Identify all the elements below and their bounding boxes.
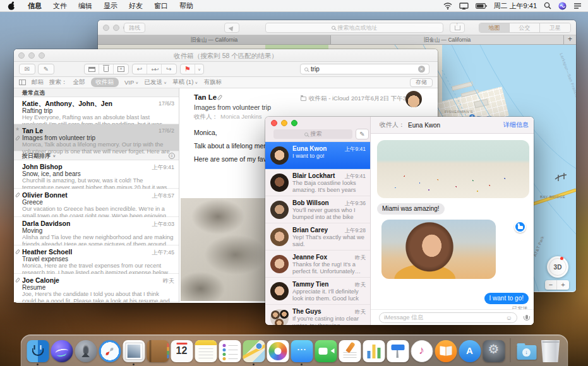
conversation-row[interactable]: Bob Willson上午9:36You'll never guess who …	[265, 196, 370, 223]
archive-button[interactable]	[85, 64, 99, 74]
reply-all-button[interactable]: ↩↩	[147, 64, 162, 74]
siri-icon[interactable]	[558, 2, 567, 10]
dock-item-contacts[interactable]	[147, 340, 169, 362]
mail-list-row[interactable]: John Bishop上午9:41Snow, ice, and bearsChu…	[14, 160, 179, 189]
chat-transcript[interactable]: Miami was amazing!I want to go!已发送	[371, 134, 534, 309]
notification-center-icon[interactable]	[573, 3, 582, 9]
menu-item-3[interactable]: 显示	[98, 2, 123, 9]
segment-map[interactable]: 地图	[479, 23, 510, 32]
save-search-button[interactable]: 存储	[410, 78, 433, 87]
mail-scope-4[interactable]: 草稿 (1)	[172, 78, 198, 86]
new-tab-button[interactable]: +	[564, 35, 576, 44]
zoom-in-button[interactable]: +	[557, 280, 569, 290]
mail-list-row[interactable]: Olivier Bonnet上午8:57GreeceOur vacation t…	[14, 189, 179, 217]
messages-window[interactable]: 搜索 ✎ Euna Kwon上午9:41I want to go!Blair L…	[265, 117, 534, 325]
tapback-thumbs-up-icon[interactable]	[514, 221, 526, 233]
dock-item-maps[interactable]	[243, 340, 265, 362]
junk-button[interactable]: ✕	[114, 64, 128, 74]
messages-search-field[interactable]: 搜索	[273, 129, 352, 139]
dock-item-photos[interactable]	[267, 340, 289, 362]
emoji-picker-icon[interactable]	[506, 314, 512, 321]
dock-item-reminders[interactable]	[219, 340, 241, 362]
dock-item-downloads[interactable]	[515, 340, 537, 362]
mail-scope-0[interactable]: 全部	[73, 78, 85, 86]
mail-list-row[interactable]: Joe Calonje昨天ResumeJoe, Here's the candi…	[14, 274, 179, 302]
share-button[interactable]	[450, 23, 465, 33]
details-button[interactable]: 详细信息	[503, 121, 529, 129]
map-tab-2[interactable]: 旧金山 — California	[331, 35, 564, 44]
photo-message-portrait[interactable]	[381, 220, 496, 279]
dock-item-siri[interactable]	[51, 340, 73, 362]
mail-list-row[interactable]: Darla Davidson上午8:03MovingAlisha and Tia…	[14, 217, 179, 245]
dock-item-calendar[interactable]: 12	[171, 340, 193, 362]
mail-scope-3[interactable]: 已发送	[144, 78, 167, 86]
contact-avatar	[270, 282, 289, 300]
map-3d-compass-button[interactable]: 3D	[547, 256, 568, 278]
reply-button[interactable]: ↩	[133, 64, 147, 74]
flag-menu-button[interactable]	[195, 64, 203, 74]
dock-item-keynote[interactable]	[387, 340, 409, 362]
mail-scope-2[interactable]: VIP	[124, 79, 138, 86]
menu-clock[interactable]: 周二 上午9:41	[494, 1, 537, 11]
wifi-icon[interactable]	[443, 3, 452, 9]
conversation-row[interactable]: Jeanne Fox昨天Thanks for the rug! It's a p…	[265, 251, 370, 278]
conversation-row[interactable]: Tammy Tien昨天Appreciate it. I'll definite…	[265, 278, 370, 305]
maps-search-field[interactable]: 搜索地点或地址	[265, 23, 443, 33]
microphone-icon[interactable]	[525, 315, 528, 319]
dock-item-pages[interactable]	[339, 340, 361, 362]
messages-traffic-lights[interactable]	[271, 120, 297, 126]
dock-item-finder[interactable]	[27, 340, 49, 362]
new-message-button[interactable]: ✎	[356, 129, 369, 139]
chevron-down-icon[interactable]	[52, 152, 56, 159]
mail-list-row[interactable]: Katie、Anthony、John、Jen17/6/3Rafting trip…	[14, 97, 179, 124]
get-mail-button[interactable]: ✉	[19, 64, 35, 74]
mail-scope-5[interactable]: 有旗标	[203, 78, 222, 86]
menu-item-5[interactable]: 窗口	[148, 2, 174, 9]
airplay-display-icon[interactable]	[459, 3, 469, 9]
compose-button[interactable]: ✎	[38, 64, 54, 74]
conversation-row[interactable]: Brian Carey上午9:28Yep! That's exactly wha…	[265, 223, 370, 251]
conversation-row[interactable]: Blair Lockhart上午9:41The Baja coastline l…	[265, 169, 370, 196]
dock-item-messages[interactable]	[291, 340, 313, 362]
imessage-input[interactable]: iMessage 信息	[379, 312, 517, 323]
dock-item-sysprefs[interactable]	[483, 340, 505, 362]
apple-menu[interactable]	[8, 1, 16, 11]
mail-scope-1[interactable]: 收件箱	[91, 78, 119, 87]
dock-item-notes[interactable]	[195, 340, 217, 362]
flag-button[interactable]: ⚑	[181, 64, 195, 74]
map-tab-1[interactable]: 旧金山 — California	[98, 35, 331, 44]
dock-item-facetime[interactable]	[315, 340, 337, 362]
dock-item-appstore[interactable]	[459, 340, 481, 362]
mail-list-row[interactable]: Tan Le17/6/2Images from volunteer tripMo…	[14, 124, 179, 151]
conversation-row[interactable]: The Guys昨天If you're casting into clear w…	[265, 305, 370, 325]
dock-item-itunes[interactable]	[411, 340, 433, 362]
mail-list-row[interactable]: Heather Schoell上午7:45Travel expensesMoni…	[14, 245, 179, 274]
battery-icon[interactable]	[476, 3, 487, 9]
current-location-button[interactable]	[224, 23, 239, 33]
menu-item-6[interactable]: 帮助	[174, 2, 199, 9]
dock-item-mail[interactable]	[123, 340, 145, 362]
dock-item-launchpad[interactable]	[75, 340, 97, 362]
menu-item-0[interactable]: 信息	[22, 2, 47, 9]
zoom-out-button[interactable]: −	[545, 280, 557, 290]
delete-button[interactable]	[99, 64, 114, 74]
segment-satellite[interactable]: 卫星	[540, 23, 570, 32]
mail-search-field[interactable]: trip	[300, 64, 429, 74]
photo-message-beach[interactable]	[377, 140, 529, 198]
spotlight-icon[interactable]	[544, 2, 551, 9]
mailbox-label[interactable]: 邮箱	[32, 78, 44, 86]
dock-item-safari[interactable]	[99, 340, 121, 362]
forward-button[interactable]: ↪	[162, 64, 176, 74]
menu-item-4[interactable]: 好友	[123, 2, 148, 9]
mail-traffic-lights[interactable]	[18, 52, 45, 59]
directions-button[interactable]: 路线	[124, 23, 145, 33]
menu-item-2[interactable]: 编辑	[73, 2, 98, 9]
clear-search-icon[interactable]	[418, 66, 425, 73]
dock-item-numbers[interactable]	[363, 340, 385, 362]
mailbox-list-icon[interactable]	[19, 80, 26, 85]
dock-item-trash[interactable]	[539, 340, 561, 362]
menu-item-1[interactable]: 文件	[47, 2, 73, 9]
dock-item-ibooks[interactable]	[435, 340, 457, 362]
segment-transit[interactable]: 公交	[510, 23, 540, 32]
conversation-row[interactable]: Euna Kwon上午9:41I want to go!	[265, 142, 370, 169]
